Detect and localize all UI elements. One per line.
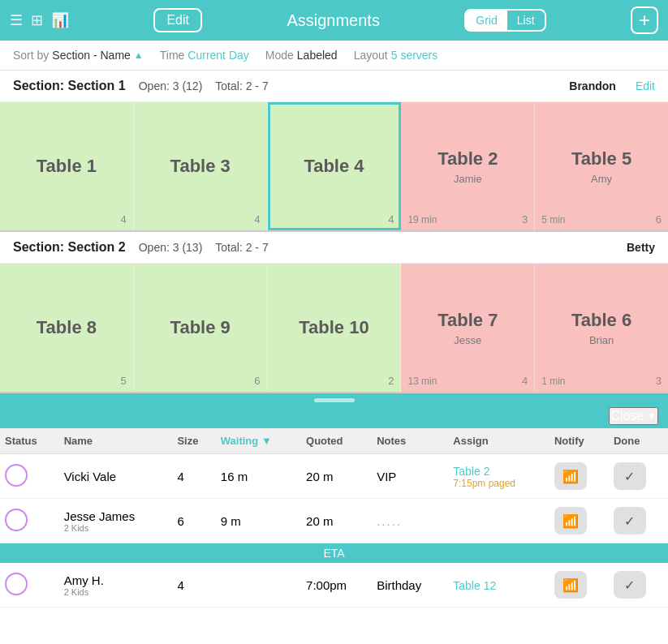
- drag-handle-bar: [314, 398, 355, 402]
- done-button-jesse[interactable]: ✓: [614, 507, 646, 535]
- mode-label: Mode: [265, 49, 294, 62]
- table-cell-4[interactable]: Table 4 4: [268, 102, 402, 230]
- assign-cell-vicki: Table 2 7:15pm paged: [448, 454, 549, 499]
- waiting-label: Waiting: [221, 435, 258, 447]
- add-button[interactable]: +: [631, 6, 658, 34]
- table-num-6: 3: [656, 375, 662, 387]
- grid-icon[interactable]: ⊞: [31, 11, 43, 29]
- list-icon[interactable]: ☰: [10, 11, 23, 29]
- col-assign: Assign: [448, 428, 549, 454]
- assign-label-vicki[interactable]: Table 2: [453, 465, 489, 478]
- waitlist-row-jesse: Jesse James 2 Kids 6 9 m 20 m ..... 📶 ✓: [0, 499, 668, 543]
- jesse-sub: 2 Kids: [64, 523, 168, 533]
- notify-cell-vicki: 📶: [549, 454, 609, 499]
- notes-cell-vicki: VIP: [372, 454, 448, 499]
- section1-edit[interactable]: Edit: [636, 79, 655, 92]
- table-cell-10[interactable]: Table 10 2: [268, 264, 402, 392]
- table-name-4: Table 4: [304, 156, 364, 177]
- quoted-cell-amy: 7:00pm: [301, 563, 372, 608]
- waitlist-row-vicki: Vicki Vale 4 16 m 20 m VIP Table 2 7:15p…: [0, 454, 668, 499]
- table-name-2: Table 2: [437, 148, 498, 170]
- table-cell-3[interactable]: Table 3 4: [134, 102, 268, 230]
- waitlist-row-amy: Amy H. 2 Kids 4 7:00pm Birthday Table 12…: [0, 563, 668, 608]
- sort-bar: Sort by Section - Name ▲ Time Current Da…: [0, 41, 668, 71]
- close-button[interactable]: Close ▼: [609, 407, 658, 425]
- col-name: Name: [59, 428, 173, 454]
- done-cell-amy: ✓: [609, 563, 668, 608]
- grid-toggle-button[interactable]: Grid: [466, 11, 506, 30]
- status-cell-amy: [0, 563, 59, 608]
- table-name-9: Table 9: [170, 317, 231, 338]
- header-row: Status Name Size Waiting ▼ Quoted Notes …: [0, 428, 668, 454]
- mode-value: Labeled: [297, 49, 338, 62]
- section2-server: Betty: [627, 241, 655, 254]
- col-notify: Notify: [549, 428, 609, 454]
- section2-tables: Table 8 5 Table 9 6 Table 10 2 Table 7 J…: [0, 264, 668, 393]
- col-waiting[interactable]: Waiting ▼: [216, 428, 301, 454]
- table-num-2: 3: [522, 213, 528, 225]
- section1-total: Total: 2 - 7: [215, 79, 268, 92]
- waitlist-table: Status Name Size Waiting ▼ Quoted Notes …: [0, 428, 668, 608]
- close-arrow-icon: ▼: [647, 410, 657, 422]
- chart-icon[interactable]: 📊: [51, 11, 69, 29]
- app-header: ☰ ⊞ 📊 Edit Assignments Grid List +: [0, 0, 668, 41]
- quoted-cell-vicki: 20 m: [301, 454, 372, 499]
- time-value: Current Day: [187, 49, 248, 62]
- assign-label-amy[interactable]: Table 12: [453, 579, 496, 592]
- notify-button-jesse[interactable]: 📶: [554, 507, 587, 535]
- table-num-9: 6: [254, 375, 260, 387]
- table-cell-2[interactable]: Table 2 Jamie 19 min 3: [401, 102, 535, 230]
- table-name-6: Table 6: [571, 310, 631, 331]
- done-cell-jesse: ✓: [609, 499, 668, 543]
- table-cell-1[interactable]: Table 1 4: [0, 102, 134, 230]
- done-cell-vicki: ✓: [609, 454, 668, 499]
- section1-tables: Table 1 4 Table 3 4 Table 4 4 Table 2 Ja…: [0, 102, 668, 232]
- paged-label-vicki: 7:15pm paged: [453, 478, 545, 489]
- waiting-cell-amy: [216, 563, 301, 608]
- table-num-1: 4: [121, 213, 127, 225]
- size-cell-jesse: 6: [172, 499, 215, 543]
- mode-filter[interactable]: Mode Labeled: [265, 49, 338, 62]
- edit-button[interactable]: Edit: [153, 8, 202, 32]
- done-button-amy[interactable]: ✓: [614, 571, 646, 599]
- layout-label: Layout: [354, 49, 388, 62]
- done-button-vicki[interactable]: ✓: [614, 462, 646, 490]
- notify-button-vicki[interactable]: 📶: [554, 462, 587, 490]
- sort-by[interactable]: Sort by Section - Name ▲: [13, 49, 144, 62]
- table-time-2: 19 min: [407, 214, 437, 225]
- time-label: Time: [160, 49, 185, 62]
- drag-handle[interactable]: [0, 393, 668, 407]
- time-filter[interactable]: Time Current Day: [160, 49, 249, 62]
- table-server-2: Jamie: [454, 173, 482, 185]
- section1-header: Section: Section 1 Open: 3 (12) Total: 2…: [0, 71, 668, 102]
- table-server-5: Amy: [591, 173, 612, 185]
- section2-header: Section: Section 2 Open: 3 (13) Total: 2…: [0, 232, 668, 264]
- table-name-5: Table 5: [571, 148, 631, 170]
- size-cell-vicki: 4: [172, 454, 215, 499]
- table-cell-7[interactable]: Table 7 Jesse 13 min 4: [401, 264, 535, 392]
- sort-arrow-icon: ▲: [134, 49, 144, 61]
- status-circle-jesse: [5, 509, 28, 531]
- quoted-cell-jesse: 20 m: [301, 499, 372, 543]
- section2-title: Section: Section 2: [13, 240, 126, 255]
- layout-filter[interactable]: Layout 5 servers: [354, 49, 438, 62]
- table-cell-5[interactable]: Table 5 Amy 5 min 6: [535, 102, 668, 230]
- name-cell-vicki: Vicki Vale: [59, 454, 173, 499]
- waiting-cell-vicki: 16 m: [216, 454, 301, 499]
- table-cell-8[interactable]: Table 8 5: [0, 264, 134, 392]
- list-toggle-button[interactable]: List: [507, 11, 545, 30]
- table-num-3: 4: [254, 213, 260, 225]
- eta-separator-row: ETA: [0, 543, 668, 564]
- close-label: Close: [610, 409, 644, 423]
- table-name-10: Table 10: [299, 317, 368, 338]
- table-server-7: Jesse: [454, 334, 481, 346]
- table-num-10: 2: [388, 375, 394, 387]
- section1-open: Open: 3 (12): [139, 79, 203, 92]
- section1-title: Section: Section 1: [13, 79, 126, 93]
- table-time-5: 5 min: [541, 214, 565, 225]
- table-cell-9[interactable]: Table 9 6: [134, 264, 268, 392]
- notify-cell-jesse: 📶: [549, 499, 609, 543]
- table-cell-6[interactable]: Table 6 Brian 1 min 3: [535, 264, 668, 392]
- size-cell-amy: 4: [172, 563, 215, 608]
- notify-button-amy[interactable]: 📶: [554, 571, 587, 599]
